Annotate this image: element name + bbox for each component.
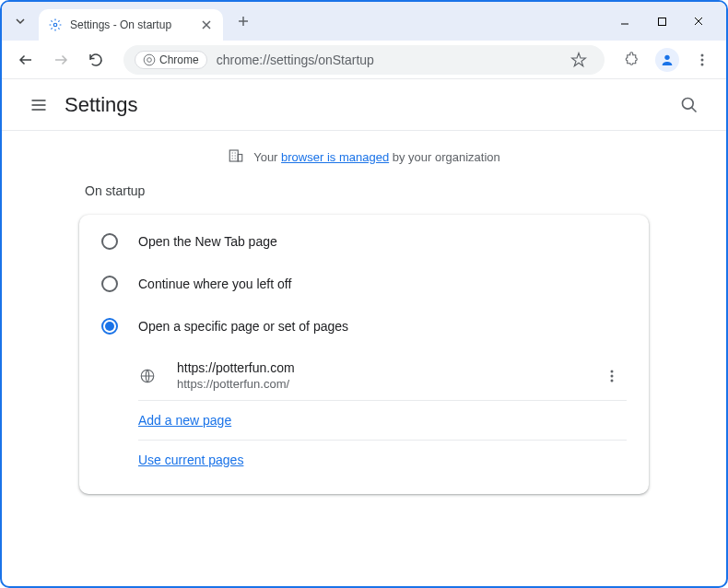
settings-gear-icon xyxy=(48,18,63,32)
reload-button[interactable] xyxy=(81,45,111,75)
startup-page-entry: https://potterfun.com https://potterfun.… xyxy=(79,351,649,400)
chrome-chip: Chrome xyxy=(135,51,207,69)
back-button[interactable] xyxy=(11,45,41,75)
chrome-menu-button[interactable] xyxy=(687,45,717,75)
page-title: Settings xyxy=(65,93,138,117)
extensions-icon[interactable] xyxy=(617,45,647,75)
svg-point-14 xyxy=(611,379,614,382)
svg-point-8 xyxy=(683,98,694,109)
managed-link[interactable]: browser is managed xyxy=(281,150,389,164)
search-button[interactable] xyxy=(671,87,708,123)
use-current-row[interactable]: Use current pages xyxy=(79,441,649,479)
globe-icon xyxy=(138,367,157,385)
window-controls xyxy=(612,8,719,34)
page-entry-url: https://potterfun.com/ xyxy=(177,377,597,391)
svg-point-7 xyxy=(701,63,704,65)
add-page-row[interactable]: Add a new page xyxy=(79,401,649,440)
page-entry-title: https://potterfun.com xyxy=(177,360,597,375)
svg-point-0 xyxy=(53,23,57,27)
use-current-link: Use current pages xyxy=(138,453,243,467)
page-text: https://potterfun.com https://potterfun.… xyxy=(177,360,597,391)
chrome-icon xyxy=(143,53,156,66)
svg-point-3 xyxy=(147,57,152,62)
menu-button[interactable] xyxy=(20,87,57,123)
browser-toolbar: Chrome chrome://settings/onStartup xyxy=(2,41,726,79)
svg-point-12 xyxy=(611,370,614,372)
radio-label: Open a specific page or set of pages xyxy=(138,319,348,334)
url-text: chrome://settings/onStartup xyxy=(217,53,564,67)
tabs-dropdown-button[interactable] xyxy=(9,10,31,32)
svg-point-5 xyxy=(701,53,704,56)
browser-tab[interactable]: Settings - On startup xyxy=(39,9,223,41)
svg-point-13 xyxy=(611,374,614,377)
building-icon xyxy=(228,147,244,167)
omnibox[interactable]: Chrome chrome://settings/onStartup xyxy=(123,45,605,75)
minimize-button[interactable] xyxy=(612,8,638,34)
close-tab-icon[interactable] xyxy=(199,18,214,32)
radio-icon xyxy=(101,276,118,292)
radio-continue[interactable]: Continue where you left off xyxy=(79,263,649,305)
titlebar: Settings - On startup xyxy=(2,2,726,41)
avatar-icon xyxy=(655,48,679,72)
startup-card: Open the New Tab page Continue where you… xyxy=(79,215,649,494)
pages-block: https://potterfun.com https://potterfun.… xyxy=(79,347,649,488)
svg-rect-1 xyxy=(658,18,665,25)
section-title: On startup xyxy=(2,183,726,209)
forward-button[interactable] xyxy=(46,45,76,75)
new-tab-button[interactable] xyxy=(230,8,256,34)
add-page-link: Add a new page xyxy=(138,413,231,428)
svg-point-2 xyxy=(144,54,155,65)
radio-icon xyxy=(101,318,118,335)
settings-header: Settings xyxy=(2,79,726,131)
page-more-button[interactable] xyxy=(597,361,627,391)
radio-icon xyxy=(101,233,118,250)
radio-label: Continue where you left off xyxy=(138,276,291,291)
maximize-button[interactable] xyxy=(649,8,675,34)
close-window-button[interactable] xyxy=(686,8,711,34)
profile-avatar-button[interactable] xyxy=(652,45,682,75)
tab-title: Settings - On startup xyxy=(70,18,199,31)
bookmark-star-icon[interactable] xyxy=(564,45,593,75)
svg-rect-9 xyxy=(229,150,238,161)
radio-new-tab[interactable]: Open the New Tab page xyxy=(79,220,649,263)
managed-banner: Your browser is managed by your organiza… xyxy=(2,147,726,167)
svg-rect-10 xyxy=(238,155,242,162)
radio-specific-pages[interactable]: Open a specific page or set of pages xyxy=(79,305,649,347)
svg-point-4 xyxy=(664,54,669,59)
settings-content: Your browser is managed by your organiza… xyxy=(2,131,726,494)
radio-label: Open the New Tab page xyxy=(138,234,277,249)
svg-point-6 xyxy=(701,58,704,61)
managed-text: Your browser is managed by your organiza… xyxy=(253,150,500,164)
